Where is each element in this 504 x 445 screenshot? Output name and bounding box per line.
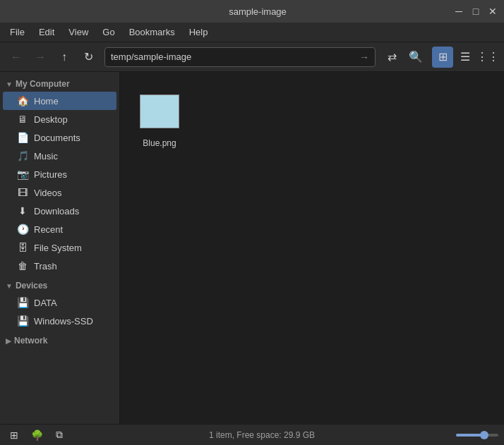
- path-toggle-button[interactable]: ⇄: [381, 47, 402, 68]
- sidebar-section-header-devices[interactable]: ▼ Devices: [0, 278, 119, 293]
- statusbar-btn2[interactable]: 🌳: [28, 427, 45, 444]
- network-label: Network: [14, 336, 47, 346]
- pictures-icon: 📷: [17, 169, 28, 180]
- sidebar-item-filesystem-label: File System: [34, 243, 82, 253]
- window-title: sample-image: [62, 6, 453, 17]
- sidebar-item-trash-label: Trash: [34, 261, 57, 272]
- menu-file[interactable]: File: [3, 24, 32, 40]
- sidebar-section-my-computer: ▼ My Computer 🏠 Home 🖥 Desktop 📄 Documen…: [0, 76, 119, 275]
- view-icons-button[interactable]: ⊞: [432, 47, 453, 68]
- videos-icon: 🎞: [17, 187, 28, 198]
- back-button[interactable]: ←: [6, 47, 27, 68]
- sidebar-item-home[interactable]: 🏠 Home: [3, 92, 116, 110]
- search-button[interactable]: 🔍: [405, 47, 426, 68]
- statusbar-btn3[interactable]: ⧉: [51, 427, 68, 444]
- menu-go[interactable]: Go: [95, 24, 121, 40]
- sidebar-section-network: ▶ Network: [0, 333, 119, 348]
- status-text: 1 item, Free space: 29.9 GB: [209, 430, 315, 440]
- sidebar-section-devices: ▼ Devices 💾 DATA 💾 Windows-SSD: [0, 278, 119, 330]
- sidebar-item-trash[interactable]: 🗑 Trash: [3, 257, 116, 275]
- sidebar-item-videos[interactable]: 🎞 Videos: [3, 183, 116, 202]
- sidebar: ▼ My Computer 🏠 Home 🖥 Desktop 📄 Documen…: [0, 72, 120, 424]
- chevron-down-icon-devices: ▼: [6, 282, 13, 290]
- file-label: Blue.png: [143, 138, 176, 148]
- slider-track: [456, 434, 498, 437]
- view-compact-button[interactable]: ⋮⋮: [477, 47, 498, 68]
- chevron-down-icon: ▼: [6, 80, 13, 88]
- devices-label: Devices: [16, 281, 47, 291]
- forward-button[interactable]: →: [30, 47, 51, 68]
- home-icon: 🏠: [17, 95, 28, 106]
- sidebar-item-music[interactable]: 🎵 Music: [3, 147, 116, 165]
- sidebar-item-pictures[interactable]: 📷 Pictures: [3, 165, 116, 183]
- toolbar: ← → ↑ ↻ temp/sample-image → ⇄ 🔍 ⊞ ☰ ⋮⋮: [0, 42, 504, 72]
- sidebar-item-desktop-label: Desktop: [34, 114, 68, 125]
- sidebar-item-videos-label: Videos: [34, 188, 62, 198]
- menubar: File Edit View Go Bookmarks Help: [0, 23, 504, 42]
- filesystem-icon: 🗄: [17, 242, 28, 253]
- sidebar-item-data-label: DATA: [34, 298, 57, 308]
- sidebar-item-recent-label: Recent: [34, 224, 63, 235]
- data-drive-icon: 💾: [17, 297, 28, 308]
- zoom-slider[interactable]: [456, 434, 498, 437]
- sidebar-item-downloads[interactable]: ⬇ Downloads: [3, 202, 116, 220]
- trash-icon: 🗑: [17, 260, 28, 272]
- windows-ssd-icon: 💾: [17, 315, 28, 327]
- file-item-blue-png[interactable]: Blue.png: [131, 83, 188, 154]
- sidebar-item-downloads-label: Downloads: [34, 206, 79, 217]
- up-button[interactable]: ↑: [54, 47, 75, 68]
- minimize-button[interactable]: ─: [453, 6, 464, 17]
- address-bar[interactable]: temp/sample-image →: [104, 47, 376, 67]
- sidebar-item-recent[interactable]: 🕐 Recent: [3, 220, 116, 238]
- statusbar-right: [456, 434, 498, 437]
- sidebar-item-filesystem[interactable]: 🗄 File System: [3, 238, 116, 257]
- titlebar-controls: ─ □ ✕: [453, 6, 498, 17]
- file-thumbnail: [137, 89, 182, 134]
- sidebar-item-pictures-label: Pictures: [34, 169, 67, 180]
- sidebar-item-documents-label: Documents: [34, 133, 80, 143]
- statusbar: ⊞ 🌳 ⧉ 1 item, Free space: 29.9 GB: [0, 424, 504, 445]
- refresh-button[interactable]: ↻: [78, 47, 99, 68]
- address-text: temp/sample-image: [111, 51, 359, 62]
- sidebar-section-header-network[interactable]: ▶ Network: [0, 333, 119, 348]
- sidebar-item-windows-ssd[interactable]: 💾 Windows-SSD: [3, 312, 116, 330]
- sidebar-item-music-label: Music: [34, 151, 58, 161]
- menu-view[interactable]: View: [61, 24, 95, 40]
- sidebar-section-header-my-computer[interactable]: ▼ My Computer: [0, 76, 119, 92]
- menu-help[interactable]: Help: [182, 24, 215, 40]
- file-thumbnail-image: [140, 95, 179, 128]
- titlebar: sample-image ─ □ ✕: [0, 0, 504, 23]
- downloads-icon: ⬇: [17, 205, 28, 217]
- sidebar-item-documents[interactable]: 📄 Documents: [3, 128, 116, 147]
- sidebar-item-data[interactable]: 💾 DATA: [3, 293, 116, 312]
- desktop-icon: 🖥: [17, 114, 28, 125]
- music-icon: 🎵: [17, 150, 28, 161]
- sidebar-item-home-label: Home: [34, 96, 59, 106]
- recent-icon: 🕐: [17, 224, 28, 235]
- maximize-button[interactable]: □: [470, 6, 481, 17]
- file-area[interactable]: Blue.png: [120, 72, 504, 424]
- main-layout: ▼ My Computer 🏠 Home 🖥 Desktop 📄 Documen…: [0, 72, 504, 424]
- chevron-right-icon-network: ▶: [6, 337, 11, 345]
- sidebar-item-desktop[interactable]: 🖥 Desktop: [3, 110, 116, 128]
- my-computer-label: My Computer: [16, 79, 70, 89]
- view-buttons: ⊞ ☰ ⋮⋮: [432, 47, 498, 68]
- menu-bookmarks[interactable]: Bookmarks: [122, 24, 182, 40]
- menu-edit[interactable]: Edit: [32, 24, 61, 40]
- sidebar-item-windows-ssd-label: Windows-SSD: [34, 316, 93, 327]
- close-button[interactable]: ✕: [487, 6, 498, 17]
- slider-thumb[interactable]: [480, 431, 488, 439]
- statusbar-btn1[interactable]: ⊞: [6, 427, 23, 444]
- view-list-button[interactable]: ☰: [455, 47, 476, 68]
- statusbar-buttons: ⊞ 🌳 ⧉: [6, 427, 68, 444]
- documents-icon: 📄: [17, 132, 28, 143]
- address-go-icon[interactable]: →: [359, 51, 369, 63]
